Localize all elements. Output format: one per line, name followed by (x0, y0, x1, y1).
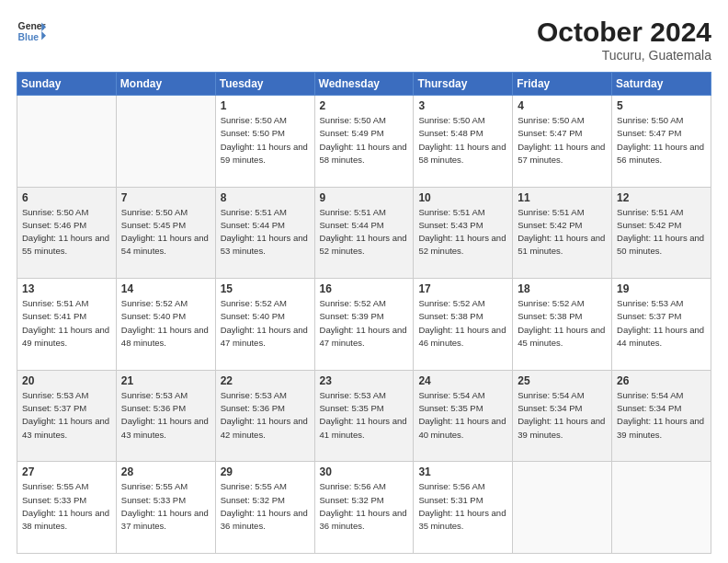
day-number: 10 (418, 191, 507, 204)
day-number: 5 (617, 99, 706, 112)
day-number: 6 (22, 191, 111, 204)
calendar-cell: 6Sunrise: 5:50 AMSunset: 5:46 PMDaylight… (17, 187, 117, 279)
day-number: 27 (22, 465, 111, 478)
calendar-cell: 15Sunrise: 5:52 AMSunset: 5:40 PMDayligh… (215, 279, 314, 371)
calendar-cell: 29Sunrise: 5:55 AMSunset: 5:32 PMDayligh… (215, 462, 314, 554)
calendar-cell: 9Sunrise: 5:51 AMSunset: 5:44 PMDaylight… (314, 187, 414, 279)
day-info: Sunrise: 5:52 AMSunset: 5:40 PMDaylight:… (121, 297, 210, 350)
day-number: 21 (121, 374, 210, 387)
weekday-wednesday: Wednesday (314, 73, 414, 96)
day-number: 20 (22, 374, 111, 387)
day-info: Sunrise: 5:50 AMSunset: 5:49 PMDaylight:… (320, 114, 409, 167)
calendar-cell: 14Sunrise: 5:52 AMSunset: 5:40 PMDayligh… (116, 279, 215, 371)
calendar: SundayMondayTuesdayWednesdayThursdayFrid… (17, 72, 711, 554)
day-info: Sunrise: 5:54 AMSunset: 5:34 PMDaylight:… (617, 389, 706, 442)
day-info: Sunrise: 5:56 AMSunset: 5:31 PMDaylight:… (418, 480, 507, 533)
day-number: 18 (518, 282, 607, 295)
calendar-cell: 19Sunrise: 5:53 AMSunset: 5:37 PMDayligh… (612, 279, 711, 371)
calendar-cell: 11Sunrise: 5:51 AMSunset: 5:42 PMDayligh… (513, 187, 612, 279)
day-number: 7 (121, 191, 210, 204)
day-info: Sunrise: 5:52 AMSunset: 5:38 PMDaylight:… (418, 297, 507, 350)
calendar-cell: 28Sunrise: 5:55 AMSunset: 5:33 PMDayligh… (116, 462, 215, 554)
calendar-cell: 30Sunrise: 5:56 AMSunset: 5:32 PMDayligh… (314, 462, 414, 554)
day-info: Sunrise: 5:51 AMSunset: 5:43 PMDaylight:… (418, 206, 507, 259)
month-title: October 2024 (537, 17, 711, 48)
day-number: 2 (320, 99, 409, 112)
calendar-cell: 24Sunrise: 5:54 AMSunset: 5:35 PMDayligh… (414, 370, 513, 462)
week-row-5: 27Sunrise: 5:55 AMSunset: 5:33 PMDayligh… (17, 462, 711, 554)
day-info: Sunrise: 5:53 AMSunset: 5:36 PMDaylight:… (121, 389, 210, 442)
day-info: Sunrise: 5:54 AMSunset: 5:34 PMDaylight:… (518, 389, 607, 442)
calendar-cell: 2Sunrise: 5:50 AMSunset: 5:49 PMDaylight… (314, 96, 414, 188)
day-number: 26 (617, 374, 706, 387)
day-number: 25 (518, 374, 607, 387)
day-number: 28 (121, 465, 210, 478)
title-block: October 2024 Tucuru, Guatemala (537, 17, 711, 63)
calendar-cell: 7Sunrise: 5:50 AMSunset: 5:45 PMDaylight… (116, 187, 215, 279)
day-number: 1 (221, 99, 310, 112)
day-number: 8 (221, 191, 310, 204)
week-row-4: 20Sunrise: 5:53 AMSunset: 5:37 PMDayligh… (17, 370, 711, 462)
calendar-cell: 12Sunrise: 5:51 AMSunset: 5:42 PMDayligh… (612, 187, 711, 279)
weekday-header-row: SundayMondayTuesdayWednesdayThursdayFrid… (17, 73, 711, 96)
day-number: 12 (617, 191, 706, 204)
day-info: Sunrise: 5:54 AMSunset: 5:35 PMDaylight:… (418, 389, 507, 442)
weekday-sunday: Sunday (17, 73, 117, 96)
day-number: 16 (320, 282, 409, 295)
day-number: 9 (320, 191, 409, 204)
calendar-cell (116, 96, 215, 188)
calendar-cell: 20Sunrise: 5:53 AMSunset: 5:37 PMDayligh… (17, 370, 117, 462)
day-info: Sunrise: 5:50 AMSunset: 5:46 PMDaylight:… (22, 206, 111, 259)
day-info: Sunrise: 5:51 AMSunset: 5:42 PMDaylight:… (617, 206, 706, 259)
weekday-friday: Friday (513, 73, 612, 96)
day-info: Sunrise: 5:53 AMSunset: 5:36 PMDaylight:… (221, 389, 310, 442)
day-number: 17 (418, 282, 507, 295)
day-info: Sunrise: 5:56 AMSunset: 5:32 PMDaylight:… (320, 480, 409, 533)
week-row-3: 13Sunrise: 5:51 AMSunset: 5:41 PMDayligh… (17, 279, 711, 371)
day-info: Sunrise: 5:52 AMSunset: 5:40 PMDaylight:… (221, 297, 310, 350)
weekday-tuesday: Tuesday (215, 73, 314, 96)
calendar-cell: 21Sunrise: 5:53 AMSunset: 5:36 PMDayligh… (116, 370, 215, 462)
logo: General Blue (17, 17, 46, 46)
day-info: Sunrise: 5:50 AMSunset: 5:45 PMDaylight:… (121, 206, 210, 259)
day-number: 11 (518, 191, 607, 204)
weekday-thursday: Thursday (414, 73, 513, 96)
day-number: 4 (518, 99, 607, 112)
day-number: 22 (221, 374, 310, 387)
calendar-cell: 23Sunrise: 5:53 AMSunset: 5:35 PMDayligh… (314, 370, 414, 462)
day-number: 3 (418, 99, 507, 112)
day-number: 19 (617, 282, 706, 295)
day-number: 24 (418, 374, 507, 387)
weekday-monday: Monday (116, 73, 215, 96)
day-number: 29 (221, 465, 310, 478)
day-info: Sunrise: 5:53 AMSunset: 5:37 PMDaylight:… (22, 389, 111, 442)
header: General Blue October 2024 Tucuru, Guatem… (17, 17, 711, 63)
calendar-cell: 3Sunrise: 5:50 AMSunset: 5:48 PMDaylight… (414, 96, 513, 188)
calendar-cell: 25Sunrise: 5:54 AMSunset: 5:34 PMDayligh… (513, 370, 612, 462)
day-number: 30 (320, 465, 409, 478)
calendar-cell: 22Sunrise: 5:53 AMSunset: 5:36 PMDayligh… (215, 370, 314, 462)
calendar-cell: 26Sunrise: 5:54 AMSunset: 5:34 PMDayligh… (612, 370, 711, 462)
calendar-cell: 17Sunrise: 5:52 AMSunset: 5:38 PMDayligh… (414, 279, 513, 371)
day-info: Sunrise: 5:52 AMSunset: 5:39 PMDaylight:… (320, 297, 409, 350)
day-info: Sunrise: 5:55 AMSunset: 5:32 PMDaylight:… (221, 480, 310, 533)
calendar-cell: 31Sunrise: 5:56 AMSunset: 5:31 PMDayligh… (414, 462, 513, 554)
calendar-cell: 18Sunrise: 5:52 AMSunset: 5:38 PMDayligh… (513, 279, 612, 371)
calendar-cell: 4Sunrise: 5:50 AMSunset: 5:47 PMDaylight… (513, 96, 612, 188)
day-info: Sunrise: 5:50 AMSunset: 5:48 PMDaylight:… (418, 114, 507, 167)
calendar-cell (17, 96, 117, 188)
day-info: Sunrise: 5:50 AMSunset: 5:47 PMDaylight:… (518, 114, 607, 167)
day-number: 31 (418, 465, 507, 478)
day-info: Sunrise: 5:51 AMSunset: 5:42 PMDaylight:… (518, 206, 607, 259)
week-row-1: 1Sunrise: 5:50 AMSunset: 5:50 PMDaylight… (17, 96, 711, 188)
day-number: 15 (221, 282, 310, 295)
weekday-saturday: Saturday (612, 73, 711, 96)
calendar-cell: 8Sunrise: 5:51 AMSunset: 5:44 PMDaylight… (215, 187, 314, 279)
svg-text:Blue: Blue (18, 32, 40, 42)
calendar-cell: 16Sunrise: 5:52 AMSunset: 5:39 PMDayligh… (314, 279, 414, 371)
day-info: Sunrise: 5:53 AMSunset: 5:37 PMDaylight:… (617, 297, 706, 350)
week-row-2: 6Sunrise: 5:50 AMSunset: 5:46 PMDaylight… (17, 187, 711, 279)
calendar-cell (513, 462, 612, 554)
day-info: Sunrise: 5:51 AMSunset: 5:44 PMDaylight:… (221, 206, 310, 259)
calendar-cell (612, 462, 711, 554)
